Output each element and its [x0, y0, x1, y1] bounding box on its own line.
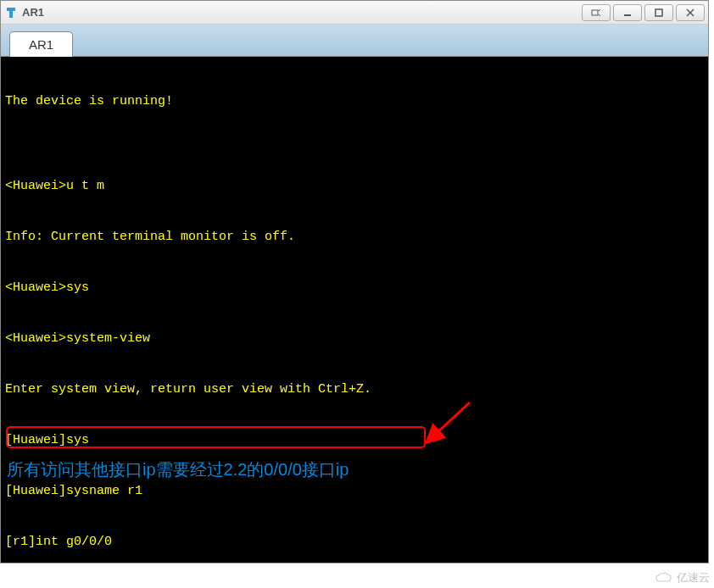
cloud-icon [655, 572, 673, 584]
app-icon [4, 6, 18, 19]
close-button[interactable] [676, 4, 705, 21]
terminal-line: Enter system view, return user view with… [5, 381, 704, 398]
watermark: 亿速云 [655, 570, 710, 585]
terminal-line: [Huawei]sys [5, 432, 704, 449]
svg-line-6 [436, 402, 470, 434]
annotation-text: 所有访问其他接口ip需要经过2.2的0/0/0接口ip [7, 461, 349, 478]
tab-bar: AR1 [1, 25, 708, 57]
terminal-line: <Huawei>sys [5, 280, 704, 297]
terminal-line: The device is running! [5, 93, 704, 110]
terminal-line: <Huawei>system-view [5, 330, 704, 347]
terminal-output[interactable]: The device is running! <Huawei>u t m Inf… [1, 57, 708, 563]
maximize-button[interactable] [644, 4, 673, 21]
tab-label: AR1 [29, 37, 53, 52]
terminal-line: [Huawei]sysname r1 [5, 483, 704, 500]
svg-rect-2 [655, 9, 662, 16]
window-controls [582, 4, 705, 21]
minimize-button[interactable] [613, 4, 642, 21]
svg-rect-0 [592, 10, 598, 15]
watermark-label: 亿速云 [677, 570, 710, 585]
terminal-line: Info: Current terminal monitor is off. [5, 229, 704, 246]
terminal-line: [r1]int g0/0/0 [5, 534, 704, 551]
titlebar[interactable]: AR1 [1, 1, 708, 25]
window-title: AR1 [22, 6, 582, 19]
options-button[interactable] [582, 4, 611, 21]
window-frame: AR1 AR1 The device is running! <Huawei>u… [0, 0, 709, 563]
tab-ar1[interactable]: AR1 [9, 31, 73, 57]
terminal-line: <Huawei>u t m [5, 178, 704, 195]
